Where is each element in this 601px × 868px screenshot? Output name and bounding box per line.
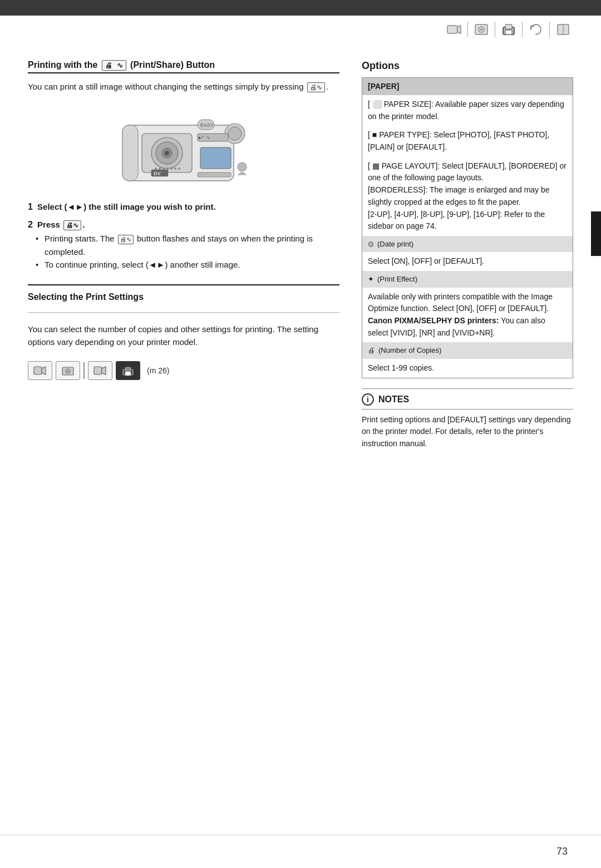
date-print-header-row: ⊙ (Date print) <box>362 236 573 253</box>
date-print-subheader: ⊙ (Date print) <box>362 236 573 253</box>
right-accent-bar <box>591 211 601 256</box>
icon-print <box>499 19 519 40</box>
step-1-number: 1 <box>28 202 33 211</box>
step-2-bullets: Printing starts. The 🖨∿ button flashes a… <box>28 232 339 271</box>
notes-title: NOTES <box>378 394 409 405</box>
camera-illustration: EASY ▶⁰ ∿ DV <box>28 103 339 192</box>
notes-header: i NOTES <box>362 393 573 406</box>
selecting-body: You can select the number of copies and … <box>28 323 339 349</box>
print-icon-inline: 🖨 ∿ <box>102 60 126 71</box>
svg-rect-44 <box>125 367 131 371</box>
step-2-body: Printing starts. The 🖨∿ button flashes a… <box>28 232 339 271</box>
paper-header-row: [PAPER] <box>362 78 573 95</box>
section-title-text: Printing with the <box>28 60 97 70</box>
svg-point-30 <box>162 167 165 170</box>
notes-divider-top <box>362 388 573 389</box>
svg-point-32 <box>170 167 173 170</box>
print-icon-inline2: 🖨∿ <box>307 82 325 92</box>
copies-header-row: 🖨 (Number of Copies) <box>362 342 573 359</box>
step-1-title: Select (◄►) the still image you wish to … <box>37 202 216 211</box>
page-number: 73 <box>556 846 568 857</box>
svg-text:▶⁰ ∿: ▶⁰ ∿ <box>199 135 210 140</box>
step-2-bullet-2: To continue printing, select (◄►) anothe… <box>36 258 339 271</box>
page-layout-row: [ ▦ PAGE LAYOUT]: Select [DEFAULT], [BOR… <box>362 157 573 236</box>
copies-icon: 🖨 <box>368 345 375 356</box>
left-column: Printing with the 🖨 ∿ (Print/Share) Butt… <box>28 60 339 801</box>
bottom-icon-video <box>28 361 52 380</box>
print-effect-header-row: ✦ (Print Effect) <box>362 271 573 288</box>
svg-rect-43 <box>125 372 131 376</box>
svg-point-33 <box>174 167 176 170</box>
svg-point-15 <box>165 151 169 155</box>
bottom-icon-camera <box>56 361 80 380</box>
date-print-label: (Date print) <box>377 239 413 250</box>
svg-point-34 <box>178 167 180 170</box>
notes-body: Print setting options and [DEFAULT] sett… <box>362 414 573 450</box>
copies-body-row: Select 1-99 copies. <box>362 359 573 378</box>
svg-rect-0 <box>447 26 457 33</box>
svg-rect-24 <box>200 147 231 169</box>
date-icon: ⊙ <box>368 239 374 250</box>
date-print-body: Select [ON], [OFF] or [DEFAULT]. <box>362 252 573 271</box>
options-table: [PAPER] [ ⬜ PAPER SIZE]: Available paper… <box>362 77 573 378</box>
top-bar <box>0 0 601 16</box>
bottom-bar: 73 <box>0 835 601 868</box>
paper-type-body: [ ■ PAPER TYPE]: Select [PHOTO], [FAST P… <box>362 126 573 156</box>
notes-divider-bottom <box>362 409 573 410</box>
selecting-title: Selecting the Print Settings <box>28 292 339 302</box>
paper-size-row: [ ⬜ PAPER SIZE]: Available paper sizes v… <box>362 95 573 126</box>
step-2-bullet-1: Printing starts. The 🖨∿ button flashes a… <box>36 232 339 258</box>
svg-marker-1 <box>457 26 461 33</box>
svg-point-28 <box>155 167 157 170</box>
paper-type-row: [ ■ PAPER TYPE]: Select [PHOTO], [FAST P… <box>362 126 573 156</box>
selecting-divider-thin <box>28 312 339 313</box>
icon-sep-2 <box>495 22 495 37</box>
icon-book <box>553 19 573 40</box>
step-1: 1 Select (◄►) the still image you wish t… <box>28 202 339 212</box>
svg-point-31 <box>166 167 169 170</box>
print-effect-body-row: Available only with printers compatible … <box>362 288 573 343</box>
section-title-extra: (Print/Share) Button <box>130 60 215 70</box>
svg-point-39 <box>67 370 69 372</box>
notes-section: i NOTES Print setting options and [DEFAU… <box>362 388 573 450</box>
icon-video <box>444 19 464 40</box>
icon-sep-4 <box>549 22 550 37</box>
right-column: Options [PAPER] [ ⬜ PAPER SIZE]: Availab… <box>362 60 573 801</box>
svg-rect-40 <box>94 367 102 374</box>
print-effect-body: Available only with printers compatible … <box>362 288 573 343</box>
bottom-icon-video2 <box>88 361 112 380</box>
icon-refresh <box>526 19 546 40</box>
step-2-number: 2 <box>28 220 33 229</box>
svg-rect-7 <box>505 24 512 29</box>
icon-photo <box>471 19 491 40</box>
notes-icon: i <box>362 393 374 406</box>
svg-rect-25 <box>198 172 231 177</box>
svg-point-4 <box>480 28 482 31</box>
bottom-icon-sep <box>83 362 85 379</box>
options-title: Options <box>362 60 573 72</box>
date-print-body-row: Select [ON], [OFF] or [DEFAULT]. <box>362 252 573 271</box>
paper-header: [PAPER] <box>362 78 573 95</box>
selecting-divider <box>28 284 339 285</box>
svg-marker-36 <box>42 367 46 374</box>
title-divider <box>28 72 339 73</box>
svg-point-19 <box>228 127 242 140</box>
svg-marker-41 <box>102 367 106 374</box>
bottom-icon-bar: (m 26) <box>28 361 339 380</box>
step-2: 2 Press 🖨∿. Printing starts. The 🖨∿ butt… <box>28 220 339 271</box>
svg-rect-22 <box>122 125 138 181</box>
svg-text:EASY: EASY <box>200 122 214 128</box>
icon-sep-1 <box>467 22 468 37</box>
svg-point-23 <box>238 162 247 171</box>
page-ref: (m 26) <box>147 366 169 375</box>
print-effect-label: (Print Effect) <box>377 274 417 285</box>
print-effect-subheader: ✦ (Print Effect) <box>362 271 573 288</box>
icon-bar <box>444 19 573 40</box>
copies-subheader: 🖨 (Number of Copies) <box>362 342 573 359</box>
step-2-label: Press 🖨∿. <box>37 220 85 229</box>
main-content: Printing with the 🖨 ∿ (Print/Share) Butt… <box>0 16 601 835</box>
page-layout-body: [ ▦ PAGE LAYOUT]: Select [DEFAULT], [BOR… <box>362 157 573 236</box>
intro-text: You can print a still image without chan… <box>28 80 339 93</box>
bottom-icon-print <box>116 361 140 380</box>
paper-size-body: [ ⬜ PAPER SIZE]: Available paper sizes v… <box>362 95 573 126</box>
